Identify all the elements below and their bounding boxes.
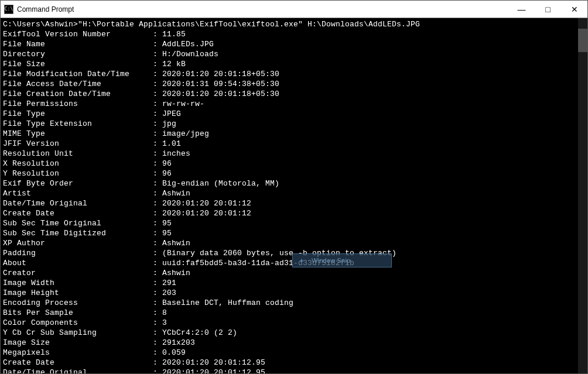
output-row: File Size : 12 kB	[3, 59, 585, 69]
output-row: File Modification Date/Time : 2020:01:20…	[3, 69, 585, 79]
command-prompt-window: C:\ Command Prompt — □ ✕ C:\Users\Ashwin…	[0, 0, 588, 374]
output-row: Image Height : 203	[3, 288, 585, 298]
output-row: Sub Sec Time Original : 95	[3, 218, 585, 228]
window-title: Command Prompt	[17, 5, 508, 13]
output-row: File Access Date/Time : 2020:01:31 09:54…	[3, 79, 585, 89]
output-row: Megapixels : 0.059	[3, 348, 585, 358]
output-row: Creator : Ashwin	[3, 268, 585, 278]
terminal-area[interactable]: C:\Users\Ashwin>"H:\Portable Application…	[1, 18, 587, 373]
snip-label: Window Snip	[312, 256, 350, 266]
output-row: Create Date : 2020:01:20 20:01:12.95	[3, 358, 585, 368]
output-row: ExifTool Version Number : 11.85	[3, 29, 585, 39]
output-row: Encoding Process : Baseline DCT, Huffman…	[3, 298, 585, 308]
command-line: C:\Users\Ashwin>"H:\Portable Application…	[3, 19, 585, 29]
output-row: Directory : H:/Downloads	[3, 49, 585, 59]
output-row: Bits Per Sample : 8	[3, 308, 585, 318]
output-row: MIME Type : image/jpeg	[3, 129, 585, 139]
close-button[interactable]: ✕	[561, 1, 587, 18]
output-row: Date/Time Original : 2020:01:20 20:01:12	[3, 198, 585, 208]
window-controls: — □ ✕	[508, 1, 587, 18]
window-snip-overlay[interactable]: + Window Snip	[292, 253, 392, 267]
output-row: XP Author : Ashwin	[3, 238, 585, 248]
output-row: X Resolution : 96	[3, 159, 585, 169]
output-row: Artist : Ashwin	[3, 188, 585, 198]
output-row: File Permissions : rw-rw-rw-	[3, 99, 585, 109]
output-row: Date/Time Original : 2020:01:20 20:01:12…	[3, 368, 585, 373]
scrollbar-thumb[interactable]	[578, 29, 587, 52]
minimize-button[interactable]: —	[508, 1, 535, 18]
plus-icon: +	[298, 256, 306, 265]
output-row: Resolution Unit : inches	[3, 149, 585, 159]
output-row: Image Size : 291x203	[3, 338, 585, 348]
output-row: Create Date : 2020:01:20 20:01:12	[3, 208, 585, 218]
output-row: File Type Extension : jpg	[3, 119, 585, 129]
cmd-icon: C:\	[4, 5, 13, 14]
output-row: Image Width : 291	[3, 278, 585, 288]
output-row: Y Cb Cr Sub Sampling : YCbCr4:2:0 (2 2)	[3, 328, 585, 338]
maximize-button[interactable]: □	[535, 1, 561, 18]
output-row: Exif Byte Order : Big-endian (Motorola, …	[3, 179, 585, 188]
output-row: File Name : AddLEDs.JPG	[3, 39, 585, 49]
output-row: Color Components : 3	[3, 318, 585, 328]
vertical-scrollbar[interactable]	[578, 18, 587, 373]
output-row: JFIF Version : 1.01	[3, 139, 585, 149]
output-row: Sub Sec Time Digitized : 95	[3, 228, 585, 238]
titlebar[interactable]: C:\ Command Prompt — □ ✕	[1, 1, 587, 18]
output-block: ExifTool Version Number : 11.85File Name…	[3, 29, 585, 373]
output-row: File Creation Date/Time : 2020:01:20 20:…	[3, 89, 585, 99]
output-row: File Type : JPEG	[3, 109, 585, 119]
output-row: Y Resolution : 96	[3, 169, 585, 179]
